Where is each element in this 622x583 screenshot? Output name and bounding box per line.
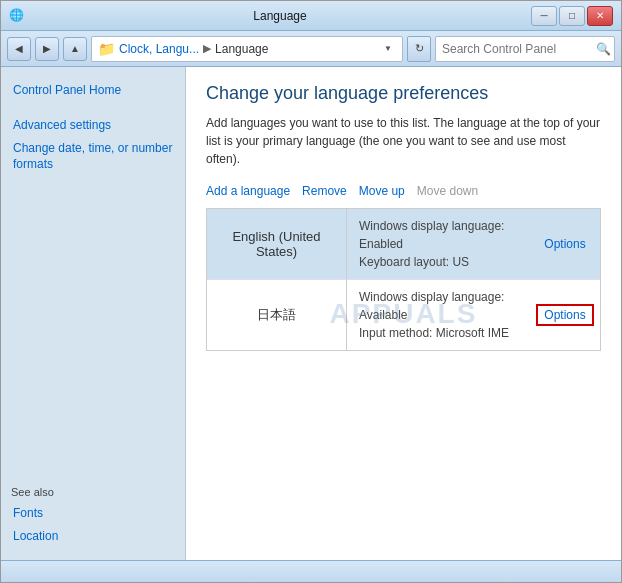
language-list: English (UnitedStates) Windows display l…	[206, 208, 601, 351]
breadcrumb-dropdown[interactable]: ▼	[380, 41, 396, 57]
sidebar-item-location[interactable]: Location	[11, 525, 175, 548]
minimize-icon: ─	[540, 10, 547, 21]
forward-button[interactable]: ▶	[35, 37, 59, 61]
minimize-button[interactable]: ─	[531, 6, 557, 26]
content-area: APPUALS Change your language preferences…	[186, 67, 621, 560]
options-link-japanese[interactable]: Options	[536, 304, 593, 326]
sidebar: Control Panel Home Advanced settings Cha…	[1, 67, 186, 560]
window-icon: 🌐	[9, 8, 25, 24]
breadcrumb-bar[interactable]: 📁 Clock, Langu... ▶ Language ▼	[91, 36, 403, 62]
language-item-japanese[interactable]: 日本語 Windows display language: AvailableI…	[207, 280, 600, 350]
sidebar-item-advanced[interactable]: Advanced settings	[11, 114, 175, 137]
lang-name-text-japanese: 日本語	[257, 306, 296, 324]
page-title: Change your language preferences	[206, 83, 601, 104]
titlebar: 🌐 Language ─ □ ✕	[1, 1, 621, 31]
lang-name-japanese: 日本語	[207, 280, 347, 350]
window-title: Language	[29, 9, 531, 23]
search-box[interactable]: 🔍	[435, 36, 615, 62]
titlebar-controls: ─ □ ✕	[531, 6, 613, 26]
move-up-link[interactable]: Move up	[359, 184, 405, 198]
remove-link[interactable]: Remove	[302, 184, 347, 198]
page-description: Add languages you want to use to this li…	[206, 114, 601, 168]
lang-details-english: Windows display language: EnabledKeyboar…	[347, 209, 530, 279]
options-link-english[interactable]: Options	[544, 237, 585, 251]
breadcrumb-current: Language	[215, 42, 268, 56]
main-area: Control Panel Home Advanced settings Cha…	[1, 67, 621, 560]
up-button[interactable]: ▲	[63, 37, 87, 61]
refresh-button[interactable]: ↻	[407, 36, 431, 62]
breadcrumb-parent[interactable]: Clock, Langu...	[119, 42, 199, 56]
breadcrumb-separator: ▶	[203, 42, 211, 55]
back-button[interactable]: ◀	[7, 37, 31, 61]
move-down-link: Move down	[417, 184, 478, 198]
lang-details-japanese: Windows display language: AvailableInput…	[347, 280, 530, 350]
lang-options-col-english: Options	[530, 209, 600, 279]
search-icon: 🔍	[596, 42, 611, 56]
statusbar	[1, 560, 621, 582]
refresh-icon: ↻	[415, 42, 424, 55]
sidebar-item-date[interactable]: Change date, time, or number formats	[11, 137, 175, 177]
sidebar-item-home[interactable]: Control Panel Home	[11, 79, 175, 102]
action-bar: Add a language Remove Move up Move down	[206, 184, 601, 198]
search-input[interactable]	[442, 42, 592, 56]
lang-name-text-english: English (UnitedStates)	[232, 229, 320, 259]
lang-options-col-japanese: Options	[530, 280, 600, 350]
lang-name-english: English (UnitedStates)	[207, 209, 347, 279]
addressbar: ◀ ▶ ▲ 📁 Clock, Langu... ▶ Language ▼ ↻ 🔍	[1, 31, 621, 67]
close-button[interactable]: ✕	[587, 6, 613, 26]
sidebar-item-fonts[interactable]: Fonts	[11, 502, 175, 525]
maximize-icon: □	[569, 10, 575, 21]
add-language-link[interactable]: Add a language	[206, 184, 290, 198]
main-window: 🌐 Language ─ □ ✕ ◀ ▶ ▲ 📁 Clock, Langu...…	[0, 0, 622, 583]
maximize-button[interactable]: □	[559, 6, 585, 26]
see-also-label: See also	[11, 486, 175, 498]
language-item-english[interactable]: English (UnitedStates) Windows display l…	[207, 209, 600, 280]
folder-icon: 📁	[98, 41, 115, 57]
close-icon: ✕	[596, 10, 604, 21]
